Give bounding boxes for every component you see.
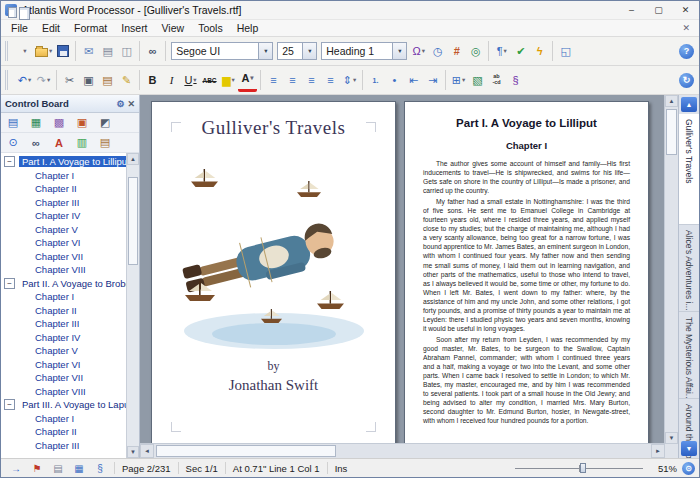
align-right-icon[interactable]: ≡ (302, 70, 321, 90)
spellcheck-icon[interactable]: ✔ (511, 41, 530, 61)
scroll-right-icon[interactable]: ► (651, 444, 665, 458)
book-title[interactable]: Gulliver's Travels (152, 117, 395, 139)
italic-icon[interactable]: I (162, 70, 181, 90)
dropdown-arrow-icon[interactable]: ▾ (47, 76, 50, 84)
menu-view[interactable]: View (155, 22, 192, 34)
increase-indent-icon[interactable]: ⇥ (423, 70, 442, 90)
body-paragraph[interactable]: Soon after my return from Leyden, I was … (423, 335, 630, 425)
format-painter-icon[interactable]: ✎ (117, 70, 136, 90)
tree-chapter[interactable]: Chapter VI (1, 236, 126, 250)
insert-date-time-icon[interactable]: ◷ (428, 41, 447, 61)
paste-icon[interactable]: ▤ (98, 70, 117, 90)
fonts-panel-icon[interactable]: A (51, 135, 67, 151)
clipbook-icon[interactable]: ▤ (5, 115, 21, 131)
horizontal-scrollbar[interactable]: ◄ ► (140, 443, 665, 458)
collapse-icon[interactable]: − (4, 156, 15, 167)
scroll-down-icon[interactable]: ▼ (127, 446, 139, 458)
tree-chapter[interactable]: Chapter I (1, 169, 126, 183)
dropdown-arrow-icon[interactable]: ▾ (504, 47, 507, 55)
font-name-combo[interactable]: Segoe UI ▾ (171, 42, 273, 60)
byline[interactable]: by (152, 359, 395, 374)
undo-icon[interactable]: ↶▾ (15, 70, 34, 90)
tree-chapter[interactable]: Chapter V (1, 344, 126, 358)
tree-chapter[interactable]: Chapter VIII (1, 263, 126, 277)
jump-icon[interactable]: → (8, 461, 24, 476)
save-icon[interactable] (53, 41, 72, 61)
binoculars-find-icon[interactable]: ∞ (143, 41, 162, 61)
bold-icon[interactable]: B (143, 70, 162, 90)
binoculars-panel-icon[interactable]: ∞ (28, 135, 44, 151)
zoom-options-icon[interactable]: ⊙ (682, 462, 695, 475)
font-size-combo[interactable]: 25 ▾ (277, 42, 317, 60)
align-center-icon[interactable]: ≡ (283, 70, 302, 90)
page-layout-icon[interactable]: ▦ (71, 461, 87, 476)
dropdown-arrow-icon[interactable]: ▾ (193, 76, 196, 84)
zoom-slider[interactable] (515, 462, 643, 474)
scrollbar-thumb[interactable] (128, 177, 138, 265)
layout-options-icon[interactable]: ◩ (97, 115, 113, 131)
dropdown-arrow-icon[interactable]: ▾ (232, 76, 235, 84)
title-page[interactable]: Gulliver's Travels (151, 101, 396, 444)
close-button[interactable]: ✕ (672, 1, 699, 19)
tree-chapter[interactable]: Chapter IV (1, 209, 126, 223)
maximize-button[interactable]: ▢ (645, 1, 672, 19)
tree-chapter[interactable]: Chapter I (1, 412, 126, 426)
scroll-up-icon[interactable]: ▲ (665, 95, 678, 107)
autocorrect-icon[interactable]: ϟ (530, 41, 549, 61)
dropdown-arrow-icon[interactable]: ▾ (462, 76, 465, 84)
email-icon[interactable]: ✉ (79, 41, 98, 61)
scrollbar-track[interactable] (127, 165, 139, 446)
scroll-left-icon[interactable]: ◄ (140, 444, 154, 458)
panel-close-icon[interactable]: ✕ (127, 99, 135, 109)
insert-page-number-icon[interactable]: # (447, 41, 466, 61)
tree-chapter[interactable]: Chapter VII (1, 371, 126, 385)
tree-scrollbar[interactable]: ▲ ▼ (126, 153, 139, 458)
scroll-up-icon[interactable]: ▲ (127, 153, 139, 165)
toolbar-handle[interactable] (5, 70, 11, 90)
redo-icon[interactable]: ↷▾ (34, 70, 53, 90)
tree-chapter[interactable]: Chapter IV (1, 331, 126, 345)
tree-chapter[interactable]: Chapter I (1, 290, 126, 304)
document-tab[interactable]: The Mysterious Affai... (679, 312, 699, 399)
scrollbar-track[interactable] (665, 107, 678, 432)
dropdown-arrow-icon[interactable]: ▾ (28, 76, 31, 84)
fullscreen-icon[interactable]: ◱ (556, 41, 575, 61)
tabs-scroll-down-button[interactable]: ▼ (681, 441, 697, 456)
chapter-heading[interactable]: Chapter I (423, 140, 630, 151)
decrease-indent-icon[interactable]: ⇤ (404, 70, 423, 90)
tabs-scroll-up-button[interactable]: ▲ (681, 97, 697, 112)
scrollbar-thumb[interactable] (666, 109, 677, 155)
dropdown-arrow-icon[interactable]: ▾ (353, 76, 356, 84)
tree-chapter[interactable]: Chapter II (1, 182, 126, 196)
tree-part[interactable]: −Part I. A Voyage to Lilliput (1, 155, 126, 169)
toolbar-handle[interactable] (5, 41, 11, 61)
body-paragraph[interactable]: The author gives some account of himself… (423, 159, 630, 195)
document-tab[interactable]: Gulliver's Travels (679, 114, 699, 225)
copy-icon[interactable]: ▣ (79, 70, 98, 90)
collapse-icon[interactable]: − (4, 399, 15, 410)
insert-table-icon[interactable]: ⊞▾ (449, 70, 468, 90)
tree-chapter[interactable]: Chapter III (1, 196, 126, 210)
dropdown-arrow-icon[interactable]: ▾ (422, 47, 425, 55)
bookmark-icon[interactable]: ⚑ (29, 461, 45, 476)
insert-mode-indicator[interactable]: Ins (331, 463, 352, 474)
combo-arrow-icon[interactable]: ▾ (302, 43, 316, 59)
align-left-icon[interactable]: ≡ (264, 70, 283, 90)
close-document-icon[interactable]: ✕ (676, 23, 696, 33)
strikethrough-icon[interactable]: ABC (200, 70, 219, 90)
special-symbols-icon[interactable]: § (506, 70, 525, 90)
statistics-panel-icon[interactable]: ▥ (74, 135, 90, 151)
print-status-icon[interactable]: ▤ (50, 461, 66, 476)
tree-chapter[interactable]: Chapter III (1, 439, 126, 453)
print-preview-icon[interactable]: ◫ (117, 41, 136, 61)
menu-tools[interactable]: Tools (191, 22, 230, 34)
hyphenation-icon[interactable]: ab -cd (487, 70, 506, 90)
minimize-button[interactable]: – (618, 1, 645, 19)
scrollbar-thumb[interactable] (156, 445, 336, 457)
notes-icon[interactable]: ▣ (74, 115, 90, 131)
open-folder-icon[interactable]: ▾ (34, 41, 53, 61)
gear-icon[interactable]: ⚙ (116, 99, 124, 109)
content-page[interactable]: Part I. A Voyage to Lilliput Chapter I T… (404, 101, 649, 444)
font-color-icon[interactable]: A▾ (238, 69, 257, 92)
section-icon[interactable]: § (92, 461, 108, 476)
